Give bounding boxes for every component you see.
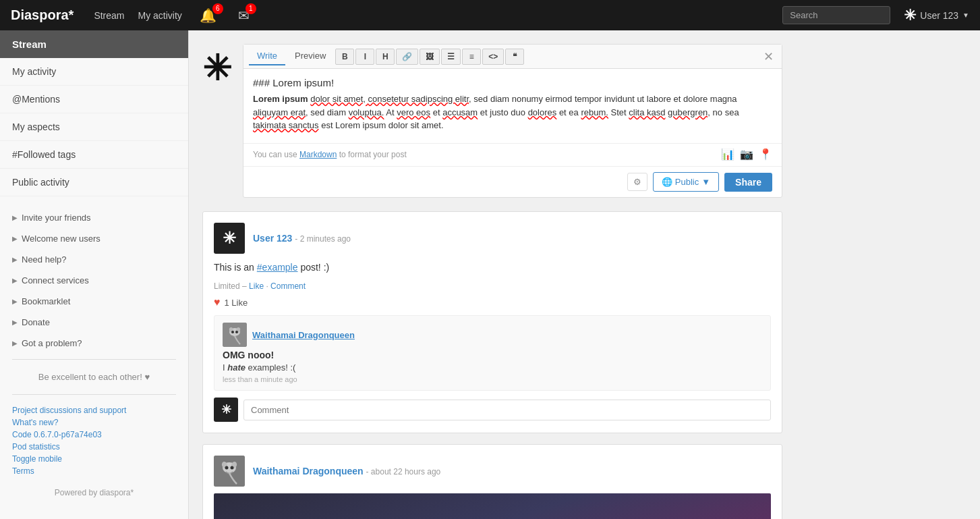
post2-avatar-svg — [214, 456, 245, 487]
editor-code-button[interactable]: <> — [482, 49, 504, 65]
editor-link-button[interactable]: 🔗 — [396, 49, 418, 65]
post1-meta: User 123 - 2 minutes ago — [253, 233, 771, 244]
triangle-icon: ▶ — [12, 256, 18, 263]
footer-link-pod-stats[interactable]: Pod statistics — [12, 442, 176, 452]
sidebar-divider — [12, 359, 176, 360]
post1-actions: Limited – Like · Comment — [214, 281, 771, 291]
comment-italic-word: hate — [227, 362, 246, 373]
sidebar-helpers: ▶ Invite your friends ▶ Welcome new user… — [0, 207, 188, 354]
top-navigation: Diaspora* Stream My activity 🔔 6 ✉ 1 ✳ U… — [0, 0, 980, 30]
comment-input-row: ✳ — [214, 398, 771, 422]
brand-logo[interactable]: Diaspora* — [11, 7, 74, 23]
editor-content-para: Lorem ipsum dolor sit amet, consetetur s… — [253, 92, 772, 132]
comment-body: I hate examples! :( — [223, 362, 762, 373]
sidebar-item-my-activity[interactable]: My activity — [0, 58, 188, 86]
comment-author-row: Waithamai Dragonqueen — [223, 323, 762, 347]
triangle-icon: ▶ — [12, 277, 18, 284]
bar-chart-icon: 📊 — [721, 148, 734, 161]
editor-hint-bar: You can use Markdown to format your post… — [243, 143, 782, 166]
editor-bold-button[interactable]: B — [335, 49, 354, 65]
editor-ol-button[interactable]: ≡ — [462, 49, 481, 65]
triangle-icon: ▶ — [12, 298, 18, 305]
post1-hashtag[interactable]: #example — [257, 262, 298, 273]
editor-heading-button[interactable]: H — [376, 49, 395, 65]
post-card-2: Waithamai Dragonqueen - about 22 hours a… — [202, 444, 782, 519]
camera-icon: 📷 — [740, 148, 753, 161]
diaspora-asterisk-logo: ✳ — [202, 49, 232, 88]
main-content: ✳ Write Preview B I H 🔗 🖼 ☰ ≡ <> ❝ ✕ — [189, 30, 796, 519]
sidebar-connect-services[interactable]: ▶ Connect services — [0, 270, 188, 291]
footer-link-terms[interactable]: Terms — [12, 466, 176, 476]
sidebar-invite-friends[interactable]: ▶ Invite your friends — [0, 207, 188, 228]
public-caret: ▼ — [701, 177, 710, 187]
user-asterisk-icon: ✳ — [904, 7, 916, 24]
sidebar-item-stream[interactable]: Stream — [0, 30, 188, 58]
editor-public-button[interactable]: 🌐 Public ▼ — [653, 172, 719, 192]
nav-my-activity[interactable]: My activity — [138, 10, 182, 21]
current-user-avatar-small: ✳ — [214, 398, 238, 422]
user-menu-caret: ▼ — [962, 11, 969, 19]
footer-link-toggle-mobile[interactable]: Toggle mobile — [12, 454, 176, 464]
sidebar-welcome-new-users[interactable]: ▶ Welcome new users — [0, 228, 188, 249]
editor-body[interactable]: ### Lorem ipsum! Lorem ipsum dolor sit a… — [243, 69, 782, 143]
heart-icon: ♥ — [214, 296, 221, 308]
post-editor: Write Preview B I H 🔗 🖼 ☰ ≡ <> ❝ ✕ — [243, 44, 782, 198]
sidebar-footer-links: Project discussions and support What's n… — [0, 400, 188, 481]
post1-author[interactable]: User 123 — [253, 233, 292, 244]
footer-link-code[interactable]: Code 0.6.7.0-p67a74e03 — [12, 430, 176, 439]
editor-gear-button[interactable]: ⚙ — [627, 173, 647, 191]
editor-tab-write[interactable]: Write — [249, 47, 285, 65]
editor-tab-preview[interactable]: Preview — [287, 47, 334, 65]
post1-body: This is an #example post! :) — [214, 261, 771, 275]
sidebar-donate[interactable]: ▶ Donate — [0, 312, 188, 333]
location-icon: 📍 — [759, 148, 772, 161]
editor-ul-button[interactable]: ☰ — [441, 49, 461, 65]
editor-image-button[interactable]: 🖼 — [420, 49, 440, 65]
comment-title: OMG nooo! — [223, 350, 762, 360]
sidebar-need-help[interactable]: ▶ Need help? — [0, 249, 188, 270]
comment-input[interactable] — [243, 400, 771, 420]
editor-share-button[interactable]: Share — [724, 173, 772, 192]
triangle-icon: ▶ — [12, 235, 18, 242]
editor-quote-button[interactable]: ❝ — [505, 49, 524, 65]
sidebar-item-public-activity[interactable]: Public activity — [0, 169, 188, 196]
post1-like-link[interactable]: Like — [249, 281, 264, 291]
footer-link-whats-new[interactable]: What's new? — [12, 418, 176, 427]
sidebar-tagline: Be excellent to each other! ♥ — [0, 365, 188, 389]
editor-toolbar: Write Preview B I H 🔗 🖼 ☰ ≡ <> ❝ ✕ — [243, 45, 782, 69]
sidebar-divider-2 — [12, 394, 176, 395]
post2-time: - — [366, 467, 371, 476]
post1-comment-link[interactable]: Comment — [270, 281, 306, 291]
post1-header: ✳ User 123 - 2 minutes ago — [214, 223, 771, 254]
post1-timestamp: 2 minutes ago — [300, 234, 351, 244]
post2-image — [214, 493, 771, 519]
post2-author[interactable]: Waithamai Dragonqueen — [253, 466, 364, 476]
triangle-icon: ▶ — [12, 214, 18, 221]
sidebar-item-mentions[interactable]: @Mentions — [0, 86, 188, 113]
editor-content-heading: ### Lorem ipsum! — [253, 77, 772, 88]
post-card-1: ✳ User 123 - 2 minutes ago This is an #e… — [202, 211, 782, 433]
sidebar-bookmarklet[interactable]: ▶ Bookmarklet — [0, 291, 188, 312]
editor-italic-button[interactable]: I — [355, 49, 374, 65]
dragon-avatar-svg — [223, 323, 247, 347]
editor-markdown-link[interactable]: Markdown — [299, 150, 337, 159]
post1-avatar: ✳ — [214, 223, 245, 254]
editor-close-button[interactable]: ✕ — [761, 49, 776, 64]
svg-point-11 — [231, 466, 234, 470]
footer-link-discussions[interactable]: Project discussions and support — [12, 406, 176, 415]
triangle-icon: ▶ — [12, 319, 18, 326]
sidebar-got-a-problem[interactable]: ▶ Got a problem? — [0, 333, 188, 354]
globe-icon: 🌐 — [662, 177, 672, 187]
editor-hint-icons: 📊 📷 📍 — [721, 148, 772, 161]
messages-badge: 1 — [246, 3, 256, 14]
search-input[interactable] — [782, 6, 890, 24]
messages-button[interactable]: ✉ 1 — [234, 6, 254, 25]
comment-author-link[interactable]: Waithamai Dragonqueen — [252, 330, 355, 340]
svg-point-5 — [235, 331, 238, 333]
post1-comment: Waithamai Dragonqueen OMG nooo! I hate e… — [214, 315, 771, 391]
sidebar-item-my-aspects[interactable]: My aspects — [0, 113, 188, 141]
nav-stream[interactable]: Stream — [94, 10, 124, 21]
sidebar-item-followed-tags[interactable]: #Followed tags — [0, 141, 188, 169]
notifications-button[interactable]: 🔔 6 — [196, 6, 221, 25]
user-menu[interactable]: ✳ User 123 ▼ — [904, 7, 969, 24]
